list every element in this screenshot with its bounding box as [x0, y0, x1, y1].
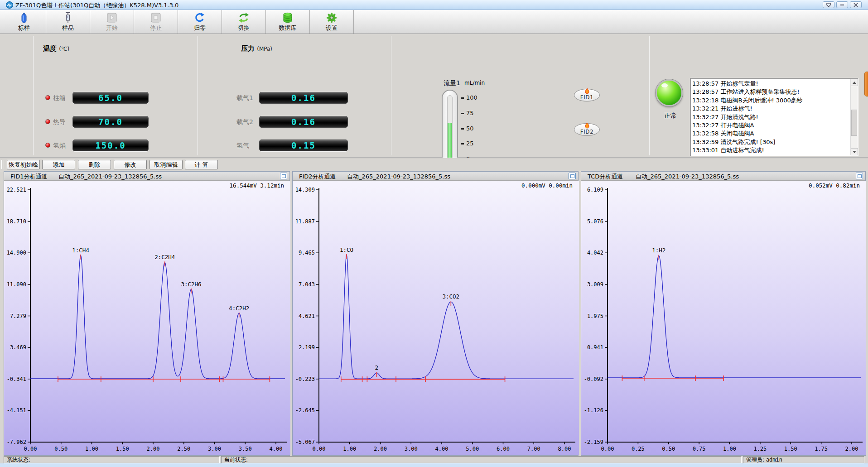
toolbar-stop-button[interactable]: 停止 [134, 10, 178, 34]
chart-corner-readout: 0.052mV 0.82min [809, 182, 860, 189]
admin-value: admin [766, 457, 782, 463]
temp-label: 热导 [53, 118, 66, 126]
chart-filename: 自动_265_2021-09-23_132856_5.ss [347, 173, 450, 181]
svg-text:-5.067: -5.067 [295, 439, 315, 445]
svg-text:3.00: 3.00 [405, 446, 418, 452]
scroll-up-icon[interactable] [851, 79, 858, 86]
system-status-field: 系统状态: [4, 456, 220, 463]
svg-text:11.887: 11.887 [295, 218, 315, 225]
gauge-tick [461, 143, 464, 144]
svg-text:8.00: 8.00 [558, 446, 571, 452]
admin-label: 管理员: [746, 457, 764, 463]
pressure-label: 氢气 [236, 142, 249, 150]
pressure-row-carrier1: 载气1 0.16 [236, 92, 350, 104]
log-line: 13:32:59 清洗气路完成! [30s] [692, 138, 849, 146]
svg-text:3.469: 3.469 [10, 344, 26, 351]
section-divider [391, 36, 391, 155]
peak-label: 2:C2H4 [154, 254, 175, 260]
temp-display-fid: 150.0 [72, 140, 149, 151]
close-icon[interactable] [850, 1, 862, 8]
detector-badge-fid1[interactable]: FID1 [574, 89, 600, 101]
gauge-tick-label: 25 [466, 140, 474, 147]
red-led-icon [45, 119, 50, 124]
log-line: 13:32:58 关闭电磁阀A [692, 130, 849, 138]
scrollbar-thumb[interactable] [851, 110, 857, 136]
gear-icon [310, 11, 353, 24]
scroll-down-icon[interactable] [851, 148, 858, 155]
toolbar-item-label: 切换 [222, 24, 265, 32]
edit-button-5[interactable]: 取消编辑 [149, 160, 183, 169]
log-line: 13:33:01 自动进标气完成! [692, 146, 849, 154]
peak-label: 1:CH4 [72, 247, 89, 254]
toolbar-switch-button[interactable]: 切换 [222, 10, 266, 34]
status-bar: 系统状态: 当前状态: 管理员: admin [0, 456, 868, 463]
chromatogram-plot: 0.000mV 0.00min14.30911.8879.4657.0434.6… [293, 181, 579, 455]
svg-text:2.00: 2.00 [845, 446, 858, 452]
svg-text:4.00: 4.00 [435, 446, 448, 452]
window-controls [823, 1, 862, 8]
minimize-icon[interactable] [836, 1, 848, 8]
svg-text:-0.223: -0.223 [295, 376, 315, 382]
svg-text:1.00: 1.00 [343, 446, 356, 452]
toolbar-standard-sample-button[interactable]: 标样 [2, 10, 46, 34]
switch-icon [222, 11, 265, 24]
toolbar-item-label: 停止 [134, 24, 178, 32]
toolbar-database-button[interactable]: 数据库 [266, 10, 310, 34]
edit-button-3[interactable]: 删除 [78, 160, 111, 169]
toolbar-sample-button[interactable]: 样品 [46, 10, 90, 34]
stop-icon [134, 11, 178, 24]
toolbar-zero-button[interactable]: 归零 [178, 10, 222, 34]
chart-corner-readout: 16.544mV 3.12min [230, 182, 284, 189]
pressure-display-carrier1: 0.16 [259, 92, 348, 104]
svg-text:2.00: 2.00 [374, 446, 387, 452]
toolbar-item-label: 开始 [90, 24, 134, 32]
svg-text:1.50: 1.50 [116, 446, 129, 452]
pressure-row-carrier2: 载气2 0.16 [236, 116, 350, 128]
svg-text:-4.151: -4.151 [7, 407, 26, 414]
edit-button-1[interactable]: 恢复初始峰 [7, 160, 40, 169]
svg-text:5.076: 5.076 [587, 218, 603, 225]
side-panel-handle[interactable] [864, 72, 868, 96]
flame-icon [574, 88, 599, 94]
log-line: 13:32:21 开始进标气! [692, 105, 849, 113]
svg-text:3.009: 3.009 [587, 281, 603, 288]
svg-text:1.00: 1.00 [85, 446, 98, 452]
svg-text:7.043: 7.043 [299, 281, 315, 288]
chromatogram-plot: 16.544mV 3.12min22.52118.71014.90011.090… [4, 181, 290, 455]
pressure-row-hydrogen: 氢气 0.15 [236, 140, 350, 151]
maximize-chart-icon[interactable] [280, 173, 287, 179]
temp-display-oven: 65.0 [72, 92, 149, 104]
svg-text:22.521: 22.521 [7, 187, 26, 193]
chart-filename: 自动_265_2021-09-23_132856_5.ss [636, 173, 739, 181]
edit-button-6[interactable]: 计 算 [185, 160, 218, 169]
svg-text:2.00: 2.00 [147, 446, 160, 452]
svg-text:3.00: 3.00 [208, 446, 221, 452]
svg-text:6.00: 6.00 [497, 446, 510, 452]
svg-text:1.75: 1.75 [815, 446, 828, 452]
maximize-chart-icon[interactable] [569, 173, 576, 179]
current-status-field: 当前状态: [221, 456, 742, 463]
toolbar-settings-button[interactable]: 设置 [310, 10, 354, 34]
peak-label: 2 [375, 364, 379, 371]
syringe-icon [46, 11, 90, 24]
play-icon [90, 11, 134, 24]
database-icon [266, 11, 309, 24]
chart-corner-readout: 0.000mV 0.00min [521, 182, 573, 189]
svg-text:14.309: 14.309 [295, 187, 315, 193]
chromatogram-area: FID1分析通道自动_265_2021-09-23_132856_5.ss16.… [0, 171, 868, 456]
window-bottom-edge [0, 463, 868, 467]
svg-text:1.975: 1.975 [587, 313, 603, 319]
toolbar-gripper[interactable] [1, 160, 3, 169]
pin-tray-icon[interactable] [823, 1, 834, 8]
edit-button-4[interactable]: 修改 [114, 160, 147, 169]
log-scrollbar[interactable] [850, 79, 858, 155]
chart-header: FID2分析通道自动_265_2021-09-23_132856_5.ss [293, 172, 578, 181]
detector-badge-fid2[interactable]: FID2 [574, 123, 600, 136]
chart-panel-fid1: FID1分析通道自动_265_2021-09-23_132856_5.ss16.… [4, 171, 290, 456]
toolbar-start-button[interactable]: 开始 [90, 10, 134, 34]
section-divider [649, 36, 650, 155]
maximize-chart-icon[interactable] [856, 173, 863, 179]
event-log[interactable]: 13:28:57 开始标气定量!13:28:57 工作站进入标样预备采集状态!1… [690, 78, 858, 156]
flow-gauge-label: 流量1 [444, 79, 460, 87]
edit-button-2[interactable]: 添加 [42, 160, 75, 169]
